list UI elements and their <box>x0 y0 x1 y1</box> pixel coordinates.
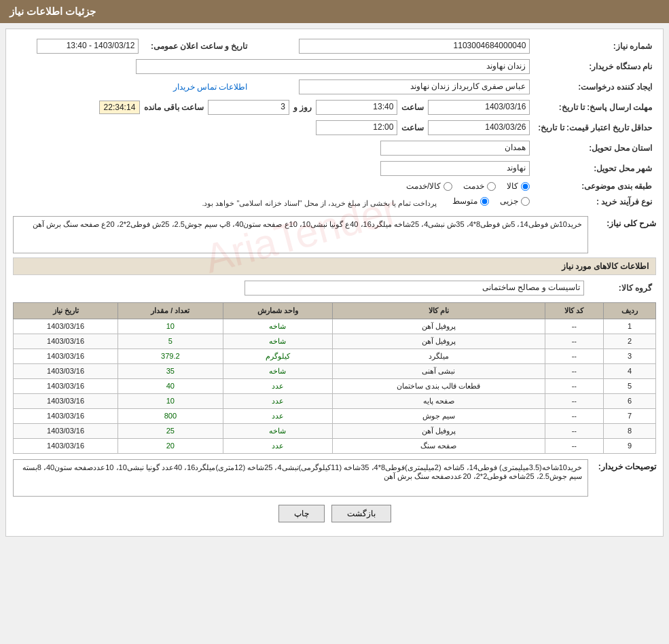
cell-row: 5 <box>604 378 656 393</box>
general-desc-label: شرح کلی نیاز: <box>588 216 656 228</box>
price-validity-date: 1403/03/26 <box>428 120 530 135</box>
table-row: 9 -- صفحه سنگ عدد 20 1403/03/16 <box>14 438 656 453</box>
general-desc-section: شرح کلی نیاز: AriaTender خرید10ش فوطی14،… <box>13 216 656 253</box>
response-deadline-label: مهلت ارسال پاسخ: تا تاریخ: <box>534 97 656 118</box>
category-radio-khedmat[interactable] <box>487 182 496 191</box>
response-remaining-label: ساعت باقی مانده <box>144 103 204 112</box>
cell-row: 2 <box>604 334 656 348</box>
contact-info-link[interactable]: اطلاعات تماس خریدار <box>173 82 248 92</box>
procurement-jozi-label: جزیی <box>500 196 518 206</box>
procurement-radio-motavaset[interactable] <box>480 197 489 206</box>
cell-unit: شاخه <box>223 319 332 334</box>
cell-name: پروفیل آهن <box>332 334 545 348</box>
cell-row: 3 <box>604 348 656 363</box>
cell-row: 8 <box>604 423 656 438</box>
category-radio-kala[interactable] <box>521 182 530 191</box>
cell-unit: شاخه <box>223 334 332 348</box>
cell-code: -- <box>545 363 603 378</box>
delivery-city-value: نهاوند <box>380 161 530 176</box>
cell-quantity: 35 <box>118 363 223 378</box>
cell-row: 7 <box>604 408 656 423</box>
response-time-label: ساعت <box>401 103 424 112</box>
response-remaining: 22:34:14 <box>99 101 141 114</box>
delivery-city-label: شهر محل تحویل: <box>534 158 656 179</box>
table-row: 6 -- صفحه پایه عدد 10 1403/03/16 <box>14 393 656 408</box>
cell-code: -- <box>545 438 603 453</box>
cell-row: 9 <box>604 438 656 453</box>
procurement-type-label: نوع فرآیند خرید : <box>534 194 656 211</box>
cell-date: 1403/03/16 <box>14 348 118 363</box>
cell-name: میلگرد <box>332 348 545 363</box>
delivery-province-label: استان محل تحویل: <box>534 138 656 158</box>
cell-name: صفحه سنگ <box>332 438 545 453</box>
buyer-notes-content-wrapper: خرید10شاخه(3.5میلیمتری) فوطی14، 5شاخه (2… <box>13 459 588 497</box>
cell-unit: عدد <box>223 438 332 453</box>
cell-name: پروفیل آهن <box>332 423 545 438</box>
cell-quantity: 40 <box>118 378 223 393</box>
col-product-name: نام کالا <box>332 302 545 319</box>
cell-code: -- <box>545 319 603 334</box>
category-kala-khedmat-label: کالا/خدمت <box>406 181 441 191</box>
cell-name: نبشی آهنی <box>332 363 545 378</box>
cell-date: 1403/03/16 <box>14 363 118 378</box>
cell-code: -- <box>545 423 603 438</box>
requester-value: عباس صفری کاربرداز زندان نهاوند <box>299 79 530 94</box>
price-validity-time-label: ساعت <box>401 123 424 132</box>
announcement-datetime-label: تاریخ و ساعت اعلان عمومی: <box>143 36 251 56</box>
category-label: طبقه بندی موضوعی: <box>534 179 656 194</box>
cell-name: پروفیل آهن <box>332 319 545 334</box>
cell-name: صفحه پایه <box>332 393 545 408</box>
col-row: ردیف <box>604 302 656 319</box>
procurement-radio-jozi[interactable] <box>521 197 530 206</box>
main-content: شماره نیاز: 1103004684000040 تاریخ و ساع… <box>5 29 664 537</box>
cell-quantity: 10 <box>118 319 223 334</box>
cell-row: 1 <box>604 319 656 334</box>
cell-date: 1403/03/16 <box>14 319 118 334</box>
cell-name: قطعات قالب بندی ساختمان <box>332 378 545 393</box>
print-button[interactable]: چاپ <box>278 505 325 522</box>
product-group-label: گروه کالا: <box>588 278 656 298</box>
back-button[interactable]: بازگشت <box>331 505 391 522</box>
cell-code: -- <box>545 348 603 363</box>
category-radio-kala-khedmat[interactable] <box>444 182 452 191</box>
cell-unit: کیلوگرم <box>223 348 332 363</box>
cell-quantity: 800 <box>118 408 223 423</box>
cell-unit: عدد <box>223 378 332 393</box>
table-row: 3 -- میلگرد کیلوگرم 379.2 1403/03/16 <box>14 348 656 363</box>
cell-unit: شاخه <box>223 363 332 378</box>
col-quantity: تعداد / مقدار <box>118 302 223 319</box>
price-validity-label: حداقل تاریخ اعتبار قیمت: تا تاریخ: <box>534 118 656 138</box>
table-row: 2 -- پروفیل آهن شاخه 5 1403/03/16 <box>14 334 656 348</box>
general-desc-content: خرید10ش فوطی14، 5ش فوطی8*4، 35ش نبشی4، 2… <box>13 216 588 253</box>
category-khedmat[interactable]: خدمت <box>463 181 496 191</box>
cell-date: 1403/03/16 <box>14 393 118 408</box>
cell-row: 4 <box>604 363 656 378</box>
procurement-jozi[interactable]: جزیی <box>500 196 530 206</box>
cell-quantity: 5 <box>118 334 223 348</box>
response-day-label: روز و <box>293 103 312 112</box>
price-validity-time: 12:00 <box>316 120 397 135</box>
cell-quantity: 379.2 <box>118 348 223 363</box>
table-row: 8 -- پروفیل آهن شاخه 25 1403/03/16 <box>14 423 656 438</box>
need-number-value: 1103004684000040 <box>299 39 530 54</box>
info-table: شماره نیاز: 1103004684000040 تاریخ و ساع… <box>13 36 656 211</box>
col-product-code: کد کالا <box>545 302 603 319</box>
cell-quantity: 25 <box>118 423 223 438</box>
cell-name: سیم جوش <box>332 408 545 423</box>
products-section-title: اطلاعات کالاهای مورد نیاز <box>13 257 656 275</box>
cell-quantity: 10 <box>118 393 223 408</box>
page-header: جزئیات اطلاعات نیاز <box>0 0 669 23</box>
procurement-options: جزیی متوسط <box>452 196 530 206</box>
requester-label: ایجاد کننده درخواست: <box>534 77 656 97</box>
cell-date: 1403/03/16 <box>14 438 118 453</box>
procurement-note: پرداخت تمام یا بخشی از مبلغ خرید، از محل… <box>202 199 437 207</box>
cell-quantity: 20 <box>118 438 223 453</box>
buyer-org-label: نام دستگاه خریدار: <box>534 56 656 77</box>
category-kala-khedmat[interactable]: کالا/خدمت <box>406 181 452 191</box>
cell-code: -- <box>545 408 603 423</box>
category-kala[interactable]: کالا <box>507 181 530 191</box>
table-row: 7 -- سیم جوش عدد 800 1403/03/16 <box>14 408 656 423</box>
procurement-motavaset[interactable]: متوسط <box>452 196 489 206</box>
table-row: 4 -- نبشی آهنی شاخه 35 1403/03/16 <box>14 363 656 378</box>
table-row: 1 -- پروفیل آهن شاخه 10 1403/03/16 <box>14 319 656 334</box>
